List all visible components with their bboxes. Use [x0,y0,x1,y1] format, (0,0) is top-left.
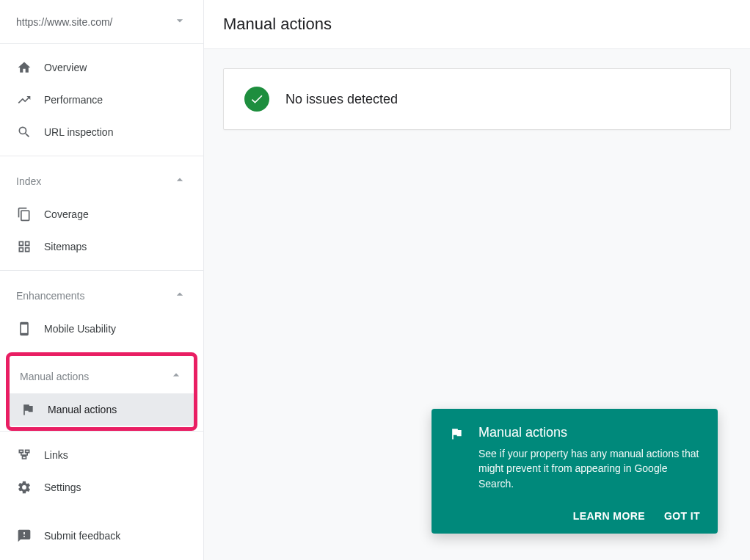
sidebar-item-label: Links [44,449,68,461]
nav-group-bottom: Links Settings [0,431,203,511]
sidebar-footer: Submit feedback About new version Go to … [0,514,203,560]
sidebar-item-label: Coverage [44,208,89,220]
sidebar-item-label: Sitemaps [44,241,87,252]
feedback-icon [16,528,32,543]
learn-more-button[interactable]: LEARN MORE [573,510,645,522]
nav-group-enhancements: Enhancements Mobile Usability [0,271,203,352]
sidebar-item-settings[interactable]: Settings [0,471,203,503]
sidebar-item-label: Overview [44,62,87,73]
sidebar-item-label: Performance [44,94,103,106]
dropdown-caret-icon [172,13,187,30]
sidebar-item-label: Settings [44,481,81,493]
sidebar-item-sitemaps[interactable]: Sitemaps [0,230,203,263]
check-icon [244,87,269,112]
nav-group-header-index[interactable]: Index [0,164,203,198]
chevron-up-icon [172,172,187,189]
toast-body: See if your property has any manual acti… [478,446,700,491]
chevron-up-icon [172,287,187,304]
main-body: No issues detected Manual actions See if… [204,49,750,560]
page-title: Manual actions [204,0,750,49]
nav-group-index: Index Coverage Sitemaps [0,156,203,271]
nav-group-top: Overview Performance URL inspection [0,44,203,156]
sidebar-item-manual-actions[interactable]: Manual actions [10,393,194,426]
sidebar-item-about[interactable]: About new version [0,552,203,560]
info-toast: Manual actions See if your property has … [432,409,718,534]
search-icon [16,125,32,139]
property-selector[interactable]: https://www.site.com/ [0,0,203,44]
gear-icon [16,480,32,495]
nav-group-title: Index [16,175,41,187]
toast-title: Manual actions [478,425,700,440]
main: Manual actions No issues detected Manual… [204,0,750,560]
sidebar-item-label: Mobile Usability [44,323,116,335]
trend-icon [16,92,32,107]
links-icon [16,448,32,462]
sidebar-item-coverage[interactable]: Coverage [0,198,203,230]
nav-group-header-manual[interactable]: Manual actions [10,356,194,393]
chevron-up-icon [169,368,183,385]
sidebar-item-mobile-usability[interactable]: Mobile Usability [0,313,203,345]
sidebar-item-feedback[interactable]: Submit feedback [0,520,203,552]
sitemap-icon [16,239,32,254]
sidebar: https://www.site.com/ Overview Performan… [0,0,204,560]
status-card: No issues detected [223,68,731,130]
nav-group-title: Manual actions [20,371,89,382]
sidebar-item-label: URL inspection [44,126,113,138]
mobile-icon [16,321,32,336]
sidebar-item-label: Submit feedback [44,530,120,542]
sidebar-item-overview[interactable]: Overview [0,51,203,84]
home-icon [16,60,32,75]
nav-group-header-enhancements[interactable]: Enhancements [0,278,203,313]
status-message: No issues detected [285,92,398,107]
pages-icon [16,207,32,222]
flag-icon [449,426,465,443]
sidebar-item-performance[interactable]: Performance [0,84,203,116]
sidebar-item-links[interactable]: Links [0,439,203,471]
flag-icon [20,402,36,417]
sidebar-item-label: Manual actions [48,404,117,415]
got-it-button[interactable]: GOT IT [664,510,700,522]
highlight-manual-actions: Manual actions Manual actions [6,352,197,431]
nav-group-title: Enhancements [16,290,84,302]
property-url: https://www.site.com/ [16,16,112,28]
sidebar-item-url-inspection[interactable]: URL inspection [0,116,203,148]
